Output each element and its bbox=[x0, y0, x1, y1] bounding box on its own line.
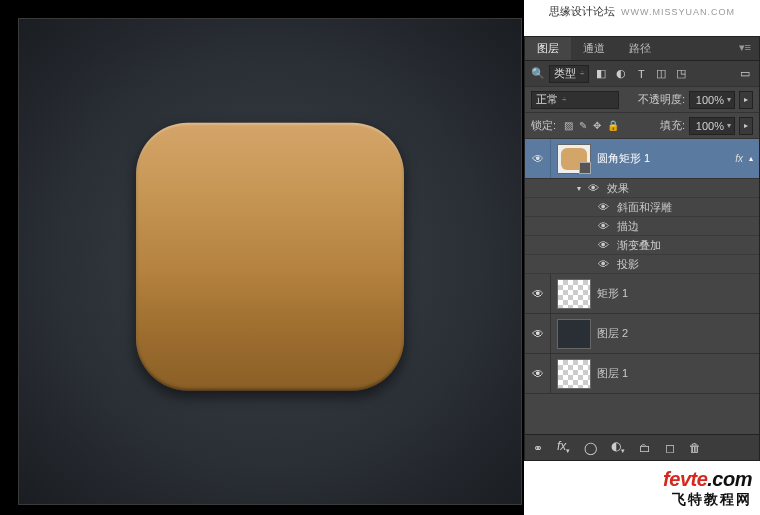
layer-rect[interactable]: 👁 矩形 1 bbox=[525, 274, 759, 314]
effects-header[interactable]: ▾ 👁 效果 bbox=[525, 179, 759, 198]
filter-pixel-icon[interactable]: ◧ bbox=[593, 66, 609, 82]
new-layer-icon[interactable]: ◻ bbox=[665, 441, 675, 455]
layer-1[interactable]: 👁 图层 1 bbox=[525, 354, 759, 394]
visibility-toggle[interactable]: 👁 bbox=[525, 354, 551, 393]
lock-row: 锁定: ▨ ✎ ✥ 🔒 填充: 100% ▾ ▸ bbox=[525, 113, 759, 139]
layers-bottom-toolbar: ⚭ fx▾ ◯ ◐▾ 🗀 ◻ 🗑 bbox=[525, 434, 759, 460]
layer-thumbnail[interactable] bbox=[557, 279, 591, 309]
fill-label: 填充: bbox=[660, 118, 685, 133]
blend-mode-dropdown[interactable]: 正常 ÷ bbox=[531, 91, 619, 109]
chevron-down-icon: ÷ bbox=[580, 69, 584, 78]
chevron-down-icon: ▾ bbox=[727, 121, 731, 130]
layer-list: 👁 圆角矩形 1 fx ▴ ▾ 👁 效果 👁 斜面和浮雕 👁 描边 👁 渐变叠加… bbox=[525, 139, 759, 439]
filter-shape-icon[interactable]: ◫ bbox=[653, 66, 669, 82]
chevron-down-icon: ÷ bbox=[562, 95, 566, 104]
site-url: WWW.MISSYUAN.COM bbox=[621, 7, 735, 17]
brand-subtitle: 飞特教程网 bbox=[663, 491, 752, 509]
effect-gradient[interactable]: 👁 渐变叠加 bbox=[525, 236, 759, 255]
adjustment-layer-icon[interactable]: ◐▾ bbox=[611, 439, 625, 455]
search-icon[interactable]: 🔍 bbox=[531, 67, 545, 80]
effect-name: 描边 bbox=[617, 219, 639, 234]
lock-label: 锁定: bbox=[531, 118, 556, 133]
layer-rounded-rect[interactable]: 👁 圆角矩形 1 fx ▴ bbox=[525, 139, 759, 179]
rounded-rect-shape[interactable] bbox=[136, 122, 404, 390]
canvas-area bbox=[0, 0, 524, 515]
filter-type-icon[interactable]: T bbox=[633, 66, 649, 82]
layer-filter-row: 🔍 类型 ÷ ◧ ◐ T ◫ ◳ ▭ bbox=[525, 61, 759, 87]
fill-slider-btn[interactable]: ▸ bbox=[739, 117, 753, 135]
link-layers-icon[interactable]: ⚭ bbox=[533, 441, 543, 455]
lock-pixels-icon[interactable]: ✎ bbox=[579, 120, 587, 131]
lock-all-icon[interactable]: 🔒 bbox=[607, 120, 619, 131]
effect-name: 渐变叠加 bbox=[617, 238, 661, 253]
layer-thumbnail[interactable] bbox=[557, 359, 591, 389]
opacity-label: 不透明度: bbox=[638, 92, 685, 107]
layer-name: 圆角矩形 1 bbox=[597, 151, 735, 166]
visibility-toggle[interactable]: 👁 bbox=[595, 239, 611, 251]
layer-style-icon[interactable]: fx▾ bbox=[557, 439, 570, 455]
layer-name: 矩形 1 bbox=[597, 286, 759, 301]
delete-layer-icon[interactable]: 🗑 bbox=[689, 441, 701, 455]
visibility-toggle[interactable]: 👁 bbox=[525, 274, 551, 313]
panel-menu-icon[interactable]: ▾≡ bbox=[731, 37, 759, 60]
brand-text-2: .com bbox=[707, 468, 752, 490]
watermark: fevte.com 飞特教程网 bbox=[663, 468, 752, 509]
visibility-toggle[interactable]: 👁 bbox=[525, 139, 551, 178]
effect-bevel[interactable]: 👁 斜面和浮雕 bbox=[525, 198, 759, 217]
page-header: 思缘设计论坛 WWW.MISSYUAN.COM bbox=[524, 0, 760, 36]
effect-shadow[interactable]: 👁 投影 bbox=[525, 255, 759, 274]
opacity-value: 100% bbox=[696, 94, 724, 106]
opacity-input[interactable]: 100% ▾ bbox=[689, 91, 735, 109]
canvas-viewport[interactable] bbox=[18, 18, 522, 505]
effect-stroke[interactable]: 👁 描边 bbox=[525, 217, 759, 236]
tab-layers[interactable]: 图层 bbox=[525, 37, 571, 60]
layer-name: 图层 1 bbox=[597, 366, 759, 381]
visibility-toggle[interactable]: 👁 bbox=[595, 258, 611, 270]
tab-paths[interactable]: 路径 bbox=[617, 37, 663, 60]
panel-tabs: 图层 通道 路径 ▾≡ bbox=[525, 37, 759, 61]
chevron-down-icon: ▾ bbox=[727, 95, 731, 104]
new-group-icon[interactable]: 🗀 bbox=[639, 441, 651, 455]
site-title: 思缘设计论坛 bbox=[549, 5, 615, 17]
visibility-toggle[interactable]: 👁 bbox=[595, 201, 611, 213]
filter-adjust-icon[interactable]: ◐ bbox=[613, 66, 629, 82]
blend-row: 正常 ÷ 不透明度: 100% ▾ ▸ bbox=[525, 87, 759, 113]
layer-name: 图层 2 bbox=[597, 326, 759, 341]
visibility-toggle[interactable]: 👁 bbox=[585, 182, 601, 194]
layer-thumbnail[interactable] bbox=[557, 144, 591, 174]
fill-value: 100% bbox=[696, 120, 724, 132]
filter-toggle[interactable]: ▭ bbox=[737, 66, 753, 82]
blend-mode-value: 正常 bbox=[536, 92, 558, 107]
filter-type-dropdown[interactable]: 类型 ÷ bbox=[549, 65, 589, 83]
brand-text-1: fevte bbox=[663, 468, 707, 490]
filter-type-label: 类型 bbox=[554, 66, 576, 81]
effect-name: 投影 bbox=[617, 257, 639, 272]
fill-input[interactable]: 100% ▾ bbox=[689, 117, 735, 135]
fx-collapse-icon[interactable]: ▴ bbox=[749, 154, 753, 163]
effects-label: 效果 bbox=[607, 181, 629, 196]
visibility-toggle[interactable]: 👁 bbox=[595, 220, 611, 232]
visibility-toggle[interactable]: 👁 bbox=[525, 314, 551, 353]
layer-mask-icon[interactable]: ◯ bbox=[584, 441, 597, 455]
opacity-slider-btn[interactable]: ▸ bbox=[739, 91, 753, 109]
effect-name: 斜面和浮雕 bbox=[617, 200, 672, 215]
layers-panel: 图层 通道 路径 ▾≡ 🔍 类型 ÷ ◧ ◐ T ◫ ◳ ▭ 正常 ÷ 不透明度… bbox=[524, 36, 760, 461]
layer-thumbnail[interactable] bbox=[557, 319, 591, 349]
filter-smart-icon[interactable]: ◳ bbox=[673, 66, 689, 82]
triangle-down-icon: ▾ bbox=[577, 184, 581, 193]
tab-channels[interactable]: 通道 bbox=[571, 37, 617, 60]
fx-badge[interactable]: fx bbox=[735, 153, 743, 164]
lock-transparency-icon[interactable]: ▨ bbox=[564, 120, 573, 131]
layer-2[interactable]: 👁 图层 2 bbox=[525, 314, 759, 354]
lock-position-icon[interactable]: ✥ bbox=[593, 120, 601, 131]
